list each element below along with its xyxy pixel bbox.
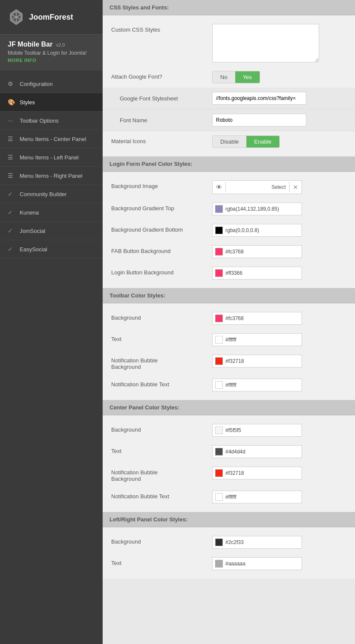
center-bg-field[interactable]: #f5f5f5 — [212, 424, 302, 437]
toolbar-notif-text-value: #ffffff — [225, 382, 237, 388]
bg-gradient-bottom-field[interactable]: rgba(0,0,0,0.8) — [212, 224, 302, 237]
lr-text-field[interactable]: #aaaaaa — [212, 557, 302, 570]
toolbar-notif-bg-value: #f32718 — [225, 358, 244, 364]
toolbar-text-field[interactable]: #ffffff — [212, 333, 302, 346]
lr-bg-field[interactable]: #2c2f33 — [212, 536, 302, 549]
toolbar-text-control: #ffffff — [212, 333, 346, 346]
menu-icon: ☰ — [8, 172, 15, 179]
fab-button-bg-control: #fc3768 — [212, 245, 346, 258]
custom-css-textarea[interactable] — [212, 24, 319, 62]
bg-image-eye-btn[interactable]: 👁 — [213, 182, 226, 192]
lr-bg-control: #2c2f33 — [212, 536, 346, 549]
sidebar-item-menu-right[interactable]: ☰ Menu Items - Right Panel — [0, 167, 103, 185]
sidebar-item-jomsocial[interactable]: ✓ JomSocial — [0, 222, 103, 240]
center-text-row: Text #4d4d4d — [103, 441, 355, 462]
sidebar-item-label: Toolbar Options — [20, 118, 59, 124]
sidebar-nav: ⚙ Configuration 🎨 Styles ··· Toolbar Opt… — [0, 75, 103, 259]
fab-button-bg-label: FAB Button Background — [111, 245, 205, 254]
center-notif-bg-value: #f32718 — [225, 470, 244, 476]
google-font-stylesheet-input[interactable] — [212, 92, 306, 105]
toolbar-notif-bg-label: Notification BubbleBackground — [111, 355, 205, 370]
lr-bg-swatch — [215, 538, 223, 546]
app-subtitle: Mobile Toolbar & Login for Joomla! — [8, 50, 95, 56]
css-styles-section: CSS Styles and Fonts: Custom CSS Styles … — [103, 0, 355, 156]
material-icons-enable-btn[interactable]: Enable — [246, 136, 279, 147]
toolbar-text-value: #ffffff — [225, 337, 237, 343]
leftright-panel-body: Background #2c2f33 Text #aaaaaa — [103, 527, 355, 579]
google-font-stylesheet-row: Google Font Stylesheet — [103, 88, 355, 109]
sidebar-app-info: JF Mobile Bar v2.0 Mobile Toolbar & Logi… — [0, 34, 103, 71]
custom-css-row: Custom CSS Styles — [103, 20, 355, 67]
css-styles-header: CSS Styles and Fonts: — [103, 0, 355, 15]
sidebar-item-label: EasySocial — [20, 246, 47, 253]
bg-gradient-bottom-swatch — [215, 226, 223, 234]
toolbar-text-row: Text #ffffff — [103, 329, 355, 350]
google-font-row: Attach Google Font? No Yes — [103, 67, 355, 88]
app-title: JF Mobile Bar — [8, 41, 53, 48]
toolbar-bg-field[interactable]: #fc3768 — [212, 312, 302, 325]
lr-bg-row: Background #2c2f33 — [103, 532, 355, 553]
sidebar-item-styles[interactable]: 🎨 Styles — [0, 93, 103, 112]
login-button-bg-row: Login Button Background #ff3366 — [103, 262, 355, 284]
bg-image-select-btn[interactable]: Select — [254, 182, 289, 192]
check-icon: ✓ — [8, 191, 15, 197]
center-notif-bg-label: Notification BubbleBackground — [111, 467, 205, 482]
center-text-label: Text — [111, 445, 205, 454]
bg-gradient-bottom-label: Background Gradient Bottom — [111, 224, 205, 233]
toolbar-notif-bg-swatch — [215, 357, 223, 365]
sidebar-item-label: Configuration — [20, 81, 53, 87]
gear-icon: ⚙ — [8, 80, 15, 87]
material-icons-toggle: Disable Enable — [212, 135, 280, 148]
bg-gradient-bottom-row: Background Gradient Bottom rgba(0,0,0,0.… — [103, 220, 355, 241]
sidebar-item-label: Styles — [20, 99, 35, 106]
center-notif-text-field[interactable]: #ffffff — [212, 491, 302, 503]
google-font-no-btn[interactable]: No — [213, 71, 235, 83]
bg-image-control: 👁 Select ✕ — [212, 180, 346, 194]
center-bg-row: Background #f5f5f5 — [103, 420, 355, 441]
center-panel-header: Center Panel Color Styles: — [103, 400, 355, 415]
sidebar-item-toolbar-options[interactable]: ··· Toolbar Options — [0, 112, 103, 130]
bg-image-clear-btn[interactable]: ✕ — [289, 182, 302, 192]
lr-text-label: Text — [111, 557, 205, 566]
sidebar-item-configuration[interactable]: ⚙ Configuration — [0, 75, 103, 93]
sidebar-item-easy-social[interactable]: ✓ EasySocial — [0, 240, 103, 259]
sidebar-item-menu-center[interactable]: ☰ Menu Items - Center Panel — [0, 130, 103, 148]
leftright-panel-section: Left/Right Panel Color Styles: Backgroun… — [103, 512, 355, 579]
center-notif-text-control: #ffffff — [212, 491, 346, 503]
toolbar-color-section: Toolbar Color Styles: Background #fc3768… — [103, 288, 355, 400]
center-text-field[interactable]: #4d4d4d — [212, 445, 302, 458]
font-name-input[interactable] — [212, 114, 306, 126]
google-font-toggle: No Yes — [212, 71, 260, 83]
fab-button-bg-field[interactable]: #fc3768 — [212, 245, 302, 258]
bg-gradient-top-field[interactable]: rgba(144,132,189,0.85) — [212, 203, 302, 215]
login-button-bg-control: #ff3366 — [212, 267, 346, 279]
toolbar-notif-bg-field[interactable]: #f32718 — [212, 355, 302, 368]
more-info-link[interactable]: MORE INFO — [8, 58, 95, 63]
bg-gradient-top-value: rgba(144,132,189,0.85) — [225, 206, 279, 212]
toolbar-notif-bg-control: #f32718 — [212, 355, 346, 368]
toolbar-notif-bg-row: Notification BubbleBackground #f32718 — [103, 350, 355, 374]
toolbar-color-body: Background #fc3768 Text #ffffff — [103, 303, 355, 400]
center-text-value: #4d4d4d — [225, 449, 246, 455]
toolbar-color-header: Toolbar Color Styles: — [103, 288, 355, 303]
bg-gradient-top-swatch — [215, 205, 223, 213]
bg-image-field: 👁 Select ✕ — [212, 180, 302, 194]
login-button-bg-swatch — [215, 269, 223, 277]
material-icons-row: Material Icons Disable Enable — [103, 131, 355, 152]
center-bg-label: Background — [111, 424, 205, 433]
google-font-yes-btn[interactable]: Yes — [235, 71, 260, 83]
center-notif-text-label: Notification Bubble Text — [111, 491, 205, 500]
center-bg-value: #f5f5f5 — [225, 427, 241, 433]
login-button-bg-field[interactable]: #ff3366 — [212, 267, 302, 279]
sidebar-item-community-builder[interactable]: ✓ Community Builder — [0, 185, 103, 203]
material-icons-label: Material Icons — [111, 135, 205, 144]
toolbar-bg-label: Background — [111, 312, 205, 321]
material-icons-disable-btn[interactable]: Disable — [213, 136, 246, 147]
center-notif-bg-field[interactable]: #f32718 — [212, 467, 302, 479]
toolbar-notif-text-field[interactable]: #ffffff — [212, 379, 302, 391]
toolbar-notif-text-row: Notification Bubble Text #ffffff — [103, 374, 355, 396]
sidebar-item-kunena[interactable]: ✓ Kunena — [0, 203, 103, 222]
sidebar-item-menu-left[interactable]: ☰ Menu Items - Left Panel — [0, 148, 103, 167]
google-font-stylesheet-label: Google Font Stylesheet — [120, 95, 205, 102]
bg-gradient-top-label: Background Gradient Top — [111, 203, 205, 212]
